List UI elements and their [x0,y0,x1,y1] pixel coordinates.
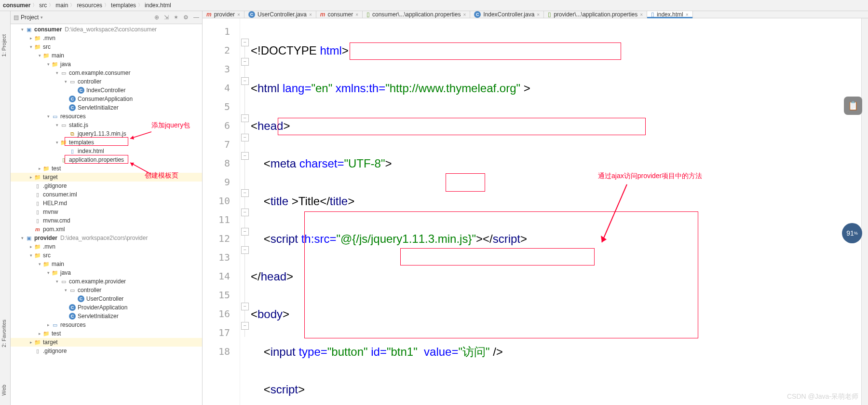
tree-node[interactable]: ▯mvnw [11,208,202,216]
scrollbar[interactable] [861,18,868,405]
hide-icon[interactable]: — [193,14,199,21]
breadcrumb-item[interactable]: consumer [3,2,30,9]
close-icon[interactable]: × [355,12,358,17]
breadcrumb-item[interactable]: templates [111,2,136,9]
fold-toggle[interactable]: − [241,322,249,330]
progress-badge: 91% [842,223,862,243]
tree-node[interactable]: ▸📁test [11,329,202,338]
tab-web[interactable]: Web [1,385,7,395]
watermark: CSDN @Java-呆萌老师 [787,392,858,401]
fold-toggle[interactable]: − [241,228,249,236]
tree-node[interactable]: ▾▭static.js [11,121,202,129]
tree-node[interactable]: ▯application.properties [11,155,202,164]
fold-toggle[interactable]: − [241,77,249,85]
tree-node[interactable]: ▾📁main [11,260,202,268]
tree-node[interactable]: CServletInitializer [11,312,202,321]
breadcrumb-item[interactable]: main [55,2,68,9]
collapse-icon[interactable]: ✶ [174,14,178,21]
tab-favorites[interactable]: 2: Favorites [1,320,7,347]
tool-window-strip: 1: Project 2: Favorites Web [0,11,11,405]
editor: m provider ×C UserController.java ×m con… [203,11,868,405]
tree-node[interactable]: ▾▣consumerD:\idea_workspace2\cors\consum… [11,25,202,34]
tree-node[interactable]: mpom.xml [11,225,202,234]
gear-icon[interactable]: ⚙ [183,14,189,21]
fold-toggle[interactable]: − [241,246,249,254]
fold-column[interactable]: −−−−−−−−−−−− [240,18,251,405]
project-panel-title[interactable]: ▤ Project ▾ [14,14,43,21]
tree-node[interactable]: ▸📁target [11,173,202,182]
editor-tab[interactable]: ▯ index.html × [647,11,693,18]
fold-toggle[interactable]: − [241,189,249,197]
tree-node[interactable]: ▾📁java [11,268,202,277]
breadcrumb-item[interactable]: index.html [145,2,171,9]
editor-tab[interactable]: C IndexController.java × [470,11,544,18]
project-tool-window: ▤ Project ▾ ⊕ ⇲ ✶ ⚙ — ▾▣consumerD:\idea_… [11,11,203,405]
tree-node[interactable]: ▾▭controller [11,77,202,86]
tree-node[interactable]: CIndexController [11,86,202,95]
editor-tab[interactable]: C UserController.java × [244,11,316,18]
tree-node[interactable]: ▾📁templates [11,138,202,147]
fold-toggle[interactable]: − [241,152,249,160]
locate-icon[interactable]: ⊕ [154,14,159,21]
close-icon[interactable]: × [237,12,240,17]
tree-node[interactable]: ▾📁java [11,60,202,69]
fold-toggle[interactable]: − [241,58,249,66]
tree-node[interactable]: CUserController [11,294,202,303]
project-tree[interactable]: ▾▣consumerD:\idea_workspace2\cors\consum… [11,24,202,405]
fold-toggle[interactable]: − [241,134,249,141]
editor-tab[interactable]: m provider × [203,11,244,18]
breadcrumb: consumer〉src〉main〉resources〉templates〉in… [0,0,868,11]
tree-node[interactable]: ▾📁src [11,42,202,51]
tree-node[interactable]: ▯.gitignore [11,182,202,190]
editor-tab[interactable]: ▯ consumer\...\application.properties × [363,11,470,18]
close-icon[interactable]: × [686,12,689,17]
fold-toggle[interactable]: − [241,39,249,46]
tree-node[interactable]: ▸📁target [11,338,202,347]
editor-tab[interactable]: ▯ provider\...\application.properties × [544,11,647,18]
tree-node[interactable]: ▸📁.mvn [11,242,202,251]
tree-node[interactable]: ▯mvnw.cmd [11,216,202,225]
fold-toggle[interactable]: − [241,303,249,310]
fold-toggle[interactable]: − [241,209,249,216]
tree-node[interactable]: ▸📁.mvn [11,34,202,42]
editor-tabs: m provider ×C UserController.java ×m con… [203,11,868,18]
tree-node[interactable]: ▾📁main [11,51,202,60]
close-icon[interactable]: × [463,12,466,17]
tree-node[interactable]: CServletInitializer [11,103,202,112]
tree-node[interactable]: CProviderApplication [11,303,202,312]
tree-node[interactable]: ▾▣providerD:\idea_workspace2\cors\provid… [11,234,202,242]
clipboard-icon[interactable]: 📋 [844,97,862,115]
breadcrumb-item[interactable]: resources [77,2,102,9]
tab-project[interactable]: 1: Project [1,34,7,56]
fold-toggle[interactable]: − [241,114,249,122]
close-icon[interactable]: × [309,12,312,17]
gutter[interactable]: 123456789101112131415161718 [203,18,240,405]
breadcrumb-item[interactable]: src [39,2,47,9]
tree-node[interactable]: ▾▭com.example.provider [11,277,202,286]
expand-icon[interactable]: ⇲ [164,14,169,21]
tree-node[interactable]: ▯.gitignore [11,347,202,355]
tree-node[interactable]: ▯consumer.iml [11,190,202,199]
tree-node[interactable]: ⧉jquery1.11.3.min.js [11,129,202,138]
close-icon[interactable]: × [640,12,643,17]
tree-node[interactable]: ▾▭controller [11,286,202,294]
tree-node[interactable]: ▾📁src [11,251,202,260]
tree-node[interactable]: ▾▭resources [11,112,202,121]
tree-node[interactable]: ▸▭resources [11,321,202,329]
tree-node[interactable]: CConsumerApplication [11,95,202,103]
tree-node[interactable]: ▾▭com.example.consumer [11,69,202,77]
code-content[interactable]: <!DOCTYPE html> <html lang="en" xmlns:th… [251,18,868,405]
tree-node[interactable]: ▸📁test [11,164,202,173]
tree-node[interactable]: ▯HELP.md [11,199,202,208]
tree-node[interactable]: ▯index.html [11,147,202,155]
editor-tab[interactable]: m consumer × [316,11,363,18]
close-icon[interactable]: × [537,12,540,17]
